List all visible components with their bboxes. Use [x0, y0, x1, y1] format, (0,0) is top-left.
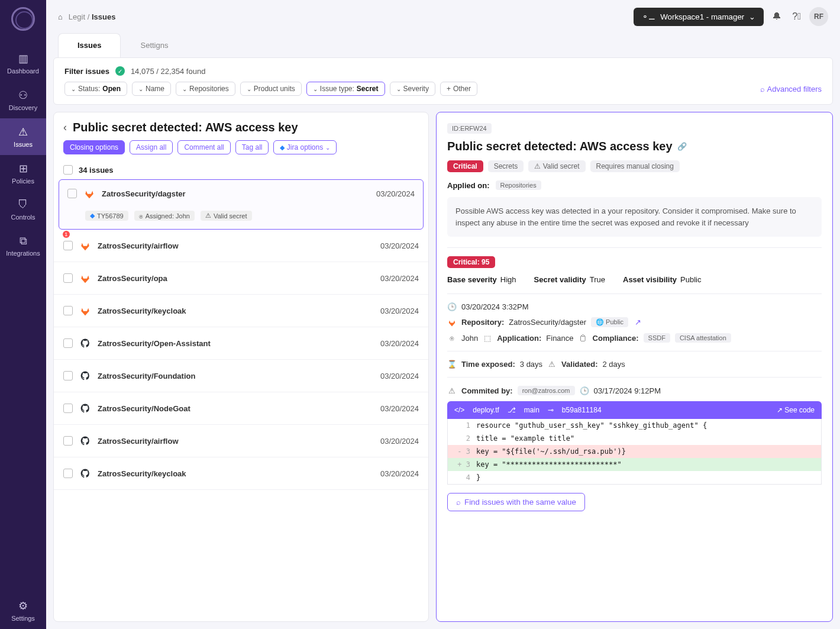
validity-label: Secret validity: [534, 275, 586, 284]
discovery-icon: ⚇: [2, 89, 44, 102]
divider: [447, 247, 822, 248]
sidebar-item-label: Dashboard: [7, 67, 39, 75]
jira-options-button[interactable]: ◆ Jira options ⌄: [273, 140, 336, 154]
sidebar-item-discovery[interactable]: ⚇Discovery: [0, 82, 46, 118]
sidebar-item-settings[interactable]: ⚙Settings: [0, 592, 46, 629]
issue-checkbox[interactable]: [67, 189, 77, 198]
issue-date: 03/20/2024: [380, 372, 419, 380]
help-icon[interactable]: ?⃝: [790, 9, 803, 24]
base-sev-value: High: [500, 275, 516, 284]
owner: John: [461, 334, 478, 343]
sidebar-item-label: Integrations: [6, 250, 40, 257]
badge-count: 1: [63, 231, 70, 238]
issue-row[interactable]: ZatrosSecurity/opa03/20/2024: [54, 262, 428, 295]
chevron-down-icon: ⌄: [396, 86, 401, 92]
issue-checkbox[interactable]: [63, 306, 73, 315]
filter-product[interactable]: ⌄Product units: [240, 82, 302, 96]
github-icon: [80, 370, 91, 381]
find-same-button[interactable]: ⌕Find issues with the same value: [447, 493, 585, 511]
filter-name[interactable]: ⌄Name: [132, 82, 171, 96]
see-code-link[interactable]: ↗ See code: [777, 406, 815, 414]
breadcrumb-root[interactable]: Legit: [69, 12, 85, 21]
assigned-tag: ⍟Assigned: John: [134, 211, 195, 221]
gear-icon: ⚙: [2, 599, 44, 612]
app-label: Application:: [497, 334, 541, 343]
public-badge: 🌐 Public: [591, 317, 628, 327]
jira-tag[interactable]: ◆TY56789: [85, 211, 128, 221]
sidebar-item-label: Policies: [12, 178, 34, 185]
link-icon[interactable]: 🔗: [677, 142, 687, 151]
chevron-down-icon: ⌄: [247, 86, 251, 92]
issue-checkbox[interactable]: [63, 436, 73, 446]
shield-icon: ⛉: [2, 199, 44, 211]
issue-id: ID:ERFW24: [447, 123, 492, 134]
external-link-icon[interactable]: ↗: [633, 318, 642, 327]
chevron-down-icon: ⌄: [182, 86, 187, 92]
filter-issuetype[interactable]: ⌄Issue type: Secret: [306, 82, 385, 96]
tab-settings[interactable]: Settigns: [121, 33, 188, 57]
issue-checkbox[interactable]: [63, 404, 73, 413]
filter-status[interactable]: ⌄Status: Open: [64, 82, 127, 96]
issue-row[interactable]: ZatrosSecurity/airflow03/20/2024: [54, 230, 428, 262]
badge-valid: ⚠ Valid secret: [528, 160, 585, 172]
branch-name: main: [524, 406, 539, 414]
divider: [447, 351, 822, 351]
issue-checkbox[interactable]: [63, 469, 73, 478]
warning-icon: ⚠: [447, 386, 457, 395]
issue-row[interactable]: ZatrosSecurity/Foundation03/20/2024: [54, 360, 428, 392]
exposed-value: 3 days: [520, 360, 542, 369]
filter-other[interactable]: +Other: [440, 82, 477, 96]
filter-severity[interactable]: ⌄Severity: [390, 82, 435, 96]
chevron-down-icon: ⌄: [325, 144, 330, 151]
issue-row[interactable]: ZatrosSecurity/keycloak03/20/2024: [54, 295, 428, 327]
issue-row[interactable]: ZatrosSecurity/NodeGoat03/20/2024: [54, 392, 428, 425]
sidebar-item-integrations[interactable]: ⧉Integrations1: [0, 228, 46, 264]
file-name: deploy.tf: [473, 406, 499, 414]
filter-repos[interactable]: ⌄Repositories: [176, 82, 235, 96]
search-icon: ⌕: [760, 85, 765, 93]
code-line: title = "example title": [476, 434, 574, 443]
issue-row[interactable]: ZatrosSecurity/Open-Assistant03/20/2024: [54, 327, 428, 360]
issue-checkbox[interactable]: [63, 273, 73, 283]
gitlab-icon: [80, 273, 91, 283]
issue-list: ZatrosSecurity/dagster 03/20/2024 ◆TY567…: [54, 179, 428, 613]
select-all-checkbox[interactable]: [63, 165, 73, 175]
policies-icon: ⊞: [2, 162, 44, 175]
repo-name: ZatrosSecurity/Open-Assistant: [98, 339, 211, 348]
sidebar-item-dashboard[interactable]: ▥Dashboard: [0, 45, 46, 82]
issue-checkbox[interactable]: [63, 241, 73, 250]
back-button[interactable]: ‹: [63, 121, 67, 134]
compliance-badge: CISA attestation: [675, 333, 731, 343]
breadcrumb-current: Issues: [92, 12, 115, 21]
committed-label: Commited by:: [461, 386, 513, 395]
issue-row[interactable]: ZatrosSecurity/keycloak03/20/2024: [54, 457, 428, 490]
workspace-selector[interactable]: ⚬⚊Workspace1 - mamager⌄: [634, 8, 764, 26]
badge-critical: Critical: [447, 160, 483, 172]
sidebar-item-controls[interactable]: ⛉Controls: [0, 192, 46, 228]
issue-checkbox[interactable]: [63, 371, 73, 380]
applied-label: Applied on:: [447, 181, 490, 190]
repo-name: ZatrosSecurity/keycloak: [98, 307, 186, 315]
repo-name: ZatrosSecurity/airflow: [98, 437, 179, 446]
sidebar-item-issues[interactable]: ⚠Issues: [0, 118, 46, 155]
issue-checkbox[interactable]: [63, 338, 73, 348]
issue-row[interactable]: ZatrosSecurity/airflow03/20/2024: [54, 425, 428, 457]
filter-bar: Filter issues ✓ 14,075 / 22,354 found ⌄S…: [53, 57, 833, 105]
assign-all-button[interactable]: Assign all: [130, 140, 173, 154]
home-icon[interactable]: ⌂: [58, 12, 63, 21]
closing-options-button[interactable]: Closing options: [63, 140, 125, 154]
tab-issues[interactable]: Issues: [58, 33, 121, 57]
tag-all-button[interactable]: Tag all: [235, 140, 269, 154]
jira-icon: ◆: [90, 212, 95, 220]
avatar[interactable]: RF: [809, 7, 828, 26]
sidebar-item-policies[interactable]: ⊞Policies: [0, 155, 46, 192]
issue-row[interactable]: ZatrosSecurity/dagster 03/20/2024 ◆TY567…: [59, 179, 424, 230]
gitlab-icon: [80, 305, 91, 316]
comment-all-button[interactable]: Comment all: [177, 140, 230, 154]
chevron-down-icon: ⌄: [138, 86, 143, 92]
search-icon: ⌕: [456, 498, 461, 507]
advanced-filters-link[interactable]: ⌕Advanced filters: [760, 85, 822, 93]
bell-icon[interactable]: 🔔︎: [770, 9, 784, 24]
warning-icon: ⚠: [205, 212, 211, 220]
jira-icon: ◆: [280, 144, 285, 151]
